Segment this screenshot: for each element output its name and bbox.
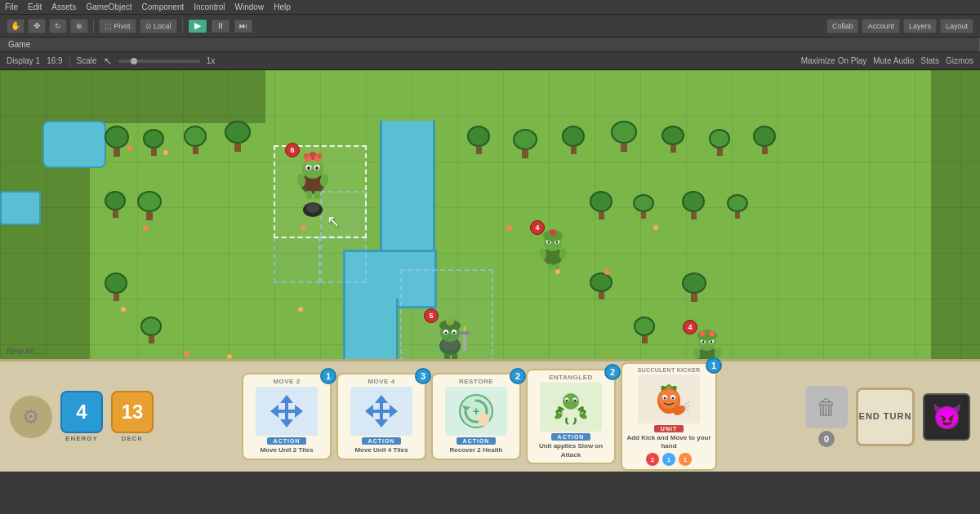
card-kicker-tag: UNIT [654, 425, 684, 432]
discard-area[interactable]: 🗑 0 [805, 386, 848, 447]
svg-point-26 [550, 229, 556, 236]
tree-4 [225, 121, 251, 152]
kicker-icon [647, 376, 692, 421]
toolbar-move-btn[interactable]: ✥ [28, 19, 46, 33]
pause-btn[interactable]: ⏸ [211, 19, 230, 33]
scale-label: Scale [77, 56, 97, 65]
toolbar-scale-btn[interactable]: ⊕ [70, 19, 88, 33]
card-move4-cost: 3 [415, 368, 431, 384]
cards-container: 1 MOVE 2 ACTION Move Unit 2 Tiles 3 MOVE… [162, 362, 797, 472]
card-entangled[interactable]: 2 ENTANGLED [526, 369, 616, 464]
svg-line-93 [684, 410, 689, 410]
svg-point-11 [304, 153, 309, 158]
tree-14 [105, 273, 127, 301]
aspect-dropdown[interactable]: 16:9 [47, 56, 62, 65]
maximize-btn[interactable]: Maximize On Play [801, 56, 867, 65]
scale-value: 1x [207, 56, 216, 65]
kicker-stat-3: 1 [679, 453, 692, 466]
tree-17 [633, 194, 654, 219]
toolbar-hand-btn[interactable]: ✋ [7, 19, 24, 33]
enemy-character-1[interactable]: 4 [535, 225, 571, 273]
svg-rect-28 [555, 264, 559, 269]
player1-bag [301, 202, 325, 218]
tree-26 [727, 194, 748, 219]
deck-label: DECK [122, 435, 144, 442]
svg-point-39 [453, 332, 456, 335]
tree-15 [140, 317, 162, 343]
tree-24 [682, 273, 706, 302]
menu-assets[interactable]: Assets [51, 2, 76, 11]
pivot-btn[interactable]: ⬚ Pivot [99, 19, 136, 33]
step-btn[interactable]: ⏭ [234, 19, 253, 33]
local-btn[interactable]: ⊙ Local [140, 19, 177, 33]
game-window-tab[interactable]: Game [0, 38, 980, 52]
cursor-icon: ↖ [104, 55, 112, 67]
card-succulent-kicker[interactable]: 1 SUCCULENT KICKER [621, 362, 717, 472]
display-label[interactable]: Display 1 [7, 56, 40, 65]
svg-rect-14 [314, 191, 320, 199]
menu-file[interactable]: File [5, 2, 18, 11]
svg-point-81 [574, 400, 577, 402]
card-move2-title: MOVE 2 [273, 378, 300, 385]
tree-11 [753, 126, 776, 154]
card-move4-image [350, 387, 412, 436]
settings-button[interactable]: ⚙ [10, 396, 52, 438]
tree-7 [562, 126, 585, 154]
gizmos-btn[interactable]: Gizmos [946, 56, 973, 65]
svg-rect-13 [306, 191, 312, 199]
card-entangled-tag: ACTION [551, 433, 591, 441]
menu-help[interactable]: Help [274, 2, 291, 11]
discard-count: 0 [818, 431, 835, 447]
deck-value: 13 [122, 401, 144, 423]
scale-track[interactable] [118, 60, 200, 63]
energy-resource: 4 ENERGY [60, 391, 103, 442]
svg-point-18 [306, 203, 319, 213]
bottom-panel: New Att... ⚙ 4 ENERGY 13 DECK 1 MOVE 2 [0, 359, 980, 472]
card-kicker-image [638, 374, 700, 423]
layers-btn[interactable]: Layers [903, 19, 937, 33]
end-turn-button[interactable]: END TURN [856, 388, 915, 446]
menu-window[interactable]: Window [235, 2, 265, 11]
enemy2-health-badge: 4 [683, 320, 697, 335]
svg-point-80 [566, 400, 568, 402]
account-btn[interactable]: Account [862, 19, 900, 33]
layout-btn[interactable]: Layout [940, 19, 973, 33]
game-viewport: 6 [0, 70, 980, 472]
menu-incontrol[interactable]: Incontrol [194, 2, 225, 11]
svg-point-12 [317, 153, 322, 158]
card-restore-image: + [445, 387, 507, 436]
menu-component[interactable]: Component [142, 2, 185, 11]
card-restore-desc: Recover 2 Health [450, 446, 503, 454]
menu-gameobject[interactable]: GameObject [86, 2, 131, 11]
card-move2-image [256, 387, 318, 436]
card-move4-tag: ACTION [362, 437, 402, 445]
display-bar: Display 1 16:9 Scale ↖ 1x Maximize On Pl… [0, 52, 980, 70]
svg-point-50 [710, 341, 713, 343]
menu-edit[interactable]: Edit [28, 2, 42, 11]
player-character-1[interactable]: 6 [290, 148, 336, 203]
tree-16 [590, 191, 612, 219]
card-restore[interactable]: 2 RESTORE + ACTION Recover 2 Health [431, 373, 521, 459]
stats-btn[interactable]: Stats [920, 56, 939, 65]
card-move2-cost: 1 [320, 368, 336, 384]
play-btn[interactable]: ▶ [188, 19, 207, 33]
move4-arrows-icon [361, 391, 402, 432]
card-move2[interactable]: 1 MOVE 2 ACTION Move Unit 2 Tiles [242, 373, 332, 459]
flower-2 [163, 150, 168, 155]
energy-icon: 4 [60, 391, 103, 433]
svg-rect-42 [464, 326, 466, 331]
card-entangled-cost: 2 [604, 364, 621, 380]
face-menu-button[interactable]: 😈 [923, 393, 970, 441]
svg-marker-72 [365, 395, 398, 428]
card-move4[interactable]: 3 MOVE 4 ACTION Move Unit 4 Tiles [336, 373, 426, 459]
svg-rect-41 [460, 331, 470, 335]
player1-health-badge: 6 [285, 143, 300, 157]
editor-menubar: File Edit Assets GameObject Component In… [0, 0, 980, 15]
mute-btn[interactable]: Mute Audio [873, 56, 914, 65]
collab-btn[interactable]: Collab [826, 19, 859, 33]
tree-10 [709, 129, 730, 156]
water-pool-1 [42, 121, 106, 168]
card-restore-title: RESTORE [459, 378, 493, 385]
tree-25 [682, 191, 705, 219]
toolbar-rotate-btn[interactable]: ↻ [49, 19, 67, 33]
